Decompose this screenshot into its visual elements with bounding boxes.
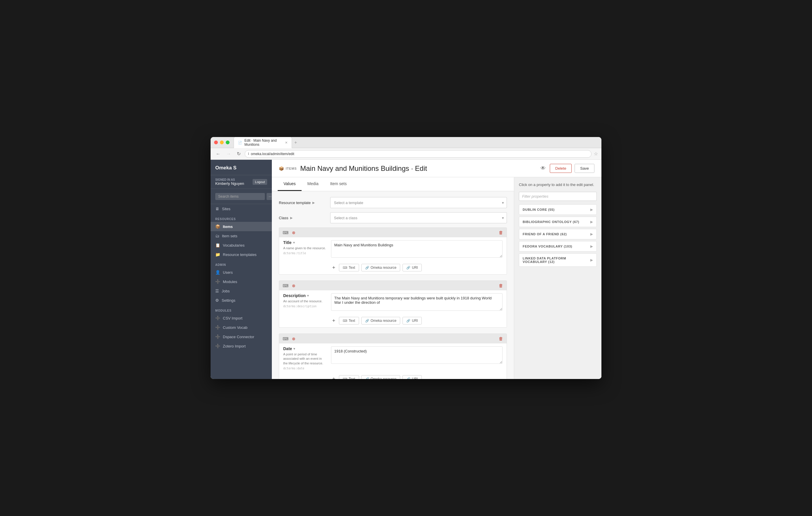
sidebar-item-sites[interactable]: 🖥 Sites	[210, 204, 272, 213]
uri-icon-2: 🔗	[406, 377, 410, 379]
ontology-arrow-icon-2: ▶	[590, 232, 593, 236]
property-add-button-2[interactable]: +	[331, 376, 337, 379]
property-header-0: ⌨ ⊗ 🗑	[279, 228, 506, 237]
property-private-icon-0[interactable]: ⊗	[291, 230, 296, 236]
sidebar-item-modules[interactable]: ➕ Modules	[210, 277, 272, 286]
property-header-1: ⌨ ⊗ 🗑	[279, 281, 506, 291]
property-add-omeka-0[interactable]: 🔗 Omeka resource	[361, 264, 401, 271]
property-textarea-0[interactable]: Main Navy and Munitions Buildings	[331, 240, 502, 258]
csv-icon: ➕	[215, 316, 220, 321]
back-button[interactable]: ←	[214, 150, 222, 158]
delete-button[interactable]: Delete	[550, 164, 572, 173]
sidebar-item-custom-vocab[interactable]: ➕ Custom Vocab	[210, 323, 272, 332]
sidebar-item-modules-label: Modules	[223, 280, 237, 284]
property-delete-icon-0[interactable]: 🗑	[498, 230, 504, 236]
logout-button[interactable]: Logout	[253, 179, 267, 185]
property-add-uri-0[interactable]: 🔗 URI	[403, 264, 422, 271]
property-name-2: Date ▾	[283, 346, 327, 351]
save-button[interactable]: Save	[575, 164, 594, 173]
tab-title: Edit · Main Navy and Munitions	[244, 139, 283, 147]
ontology-list: DUBLIN CORE (55) ▶ BIBLIOGRAPHIC ONTOLOG…	[519, 204, 597, 267]
ontology-item-3[interactable]: FEDORA VOCABULARY (103) ▶	[519, 241, 597, 251]
sidebar-item-vocabularies-label: Vocabularies	[223, 243, 244, 247]
sidebar-item-item-sets[interactable]: 🗂 Item sets	[210, 231, 272, 241]
search-options-button[interactable]: ···	[267, 193, 272, 200]
view-button[interactable]: 👁	[539, 164, 547, 173]
sidebar-item-settings[interactable]: ⚙ Settings	[210, 296, 272, 305]
property-description-1: An account of the resource.	[283, 299, 327, 303]
property-add-button-0[interactable]: +	[331, 265, 337, 271]
traffic-lights	[214, 141, 230, 144]
tab-close-icon[interactable]: ✕	[285, 141, 288, 145]
right-panel: Click on a property to add it to the edi…	[514, 177, 602, 379]
item-sets-icon: 🗂	[215, 234, 219, 238]
reload-button[interactable]: ↻	[235, 150, 242, 158]
app-window: 📄 Edit · Main Navy and Munitions ✕ + ← →…	[210, 137, 602, 379]
property-textarea-2[interactable]: 1918 (Constructed)	[331, 346, 502, 364]
property-header-icons-0: ⌨ ⊗	[282, 230, 296, 236]
ontology-item-0[interactable]: DUBLIN CORE (55) ▶	[519, 204, 597, 215]
resource-template-select[interactable]: Select a template	[330, 197, 507, 208]
property-name-1: Description ▾	[283, 293, 327, 298]
minimize-button[interactable]	[220, 141, 224, 144]
tab-media[interactable]: Media	[301, 177, 324, 191]
property-add-text-0[interactable]: ⌨ Text	[339, 264, 359, 271]
property-keyboard-icon-2[interactable]: ⌨	[282, 336, 289, 342]
sidebar-item-dspace[interactable]: ➕ Dspace Connector	[210, 332, 272, 341]
sidebar-item-resource-templates[interactable]: 📁 Resource templates	[210, 250, 272, 259]
property-add-omeka-1[interactable]: 🔗 Omeka resource	[361, 317, 401, 325]
property-textarea-1[interactable]: The Main Navy and Munitions temporary wa…	[331, 293, 502, 311]
bookmark-button[interactable]: ☆	[594, 151, 598, 156]
uri-icon-1: 🔗	[406, 319, 410, 323]
tab-item-sets[interactable]: Item sets	[324, 177, 353, 191]
property-block-1: ⌨ ⊗ 🗑 Description ▾ An account of the re…	[279, 280, 507, 328]
sidebar-item-vocabularies[interactable]: 📋 Vocabularies	[210, 241, 272, 250]
sidebar-item-csv-import[interactable]: ➕ CSV Import	[210, 313, 272, 323]
tab-values[interactable]: Values	[278, 177, 301, 191]
new-tab-button[interactable]: +	[292, 139, 299, 147]
class-select[interactable]: Select a class	[330, 212, 507, 223]
ontology-label-4: LINKED DATA PLATFORM VOCABULARY (12)	[523, 256, 590, 264]
property-term-1: dcterms:description	[283, 305, 327, 308]
property-keyboard-icon-1[interactable]: ⌨	[282, 283, 289, 289]
omeka-icon-1: 🔗	[365, 319, 369, 323]
items-badge-icon: 📦	[279, 166, 284, 171]
sidebar-item-zotero[interactable]: ➕ Zotero Import	[210, 341, 272, 351]
property-add-uri-1[interactable]: 🔗 URI	[403, 317, 422, 325]
property-add-text-2[interactable]: ⌨ Text	[339, 375, 359, 379]
forward-button[interactable]: →	[225, 150, 233, 158]
fullscreen-button[interactable]	[226, 141, 230, 144]
ontology-arrow-icon-4: ▶	[590, 258, 593, 262]
property-content-0: Title ▾ A name given to the resource. dc…	[279, 237, 506, 262]
property-meta-2: Date ▾ A point or period of time associa…	[283, 346, 327, 370]
ontology-arrow-icon-0: ▶	[590, 208, 593, 212]
sidebar-item-items[interactable]: 📦 Items	[210, 222, 272, 231]
sidebar-item-users[interactable]: 👤 Users	[210, 268, 272, 277]
property-delete-icon-2[interactable]: 🗑	[498, 336, 504, 342]
property-term-0: dcterms:title	[283, 251, 327, 255]
filter-properties-input[interactable]	[519, 192, 597, 201]
sidebar-item-jobs[interactable]: ☰ Jobs	[210, 286, 272, 296]
ontology-item-1[interactable]: BIBLIOGRAPHIC ONTOLOGY (67) ▶	[519, 217, 597, 227]
property-header-icons-1: ⌨ ⊗	[282, 283, 296, 289]
property-private-icon-1[interactable]: ⊗	[291, 283, 296, 289]
property-delete-icon-1[interactable]: 🗑	[498, 282, 504, 289]
resources-section-label: RESOURCES	[210, 213, 272, 222]
ontology-arrow-icon-3: ▶	[590, 244, 593, 248]
property-add-text-1[interactable]: ⌨ Text	[339, 317, 359, 325]
browser-tab[interactable]: 📄 Edit · Main Navy and Munitions ✕	[234, 137, 292, 148]
property-add-omeka-2[interactable]: 🔗 Omeka resource	[361, 375, 401, 379]
ontology-item-4[interactable]: LINKED DATA PLATFORM VOCABULARY (12) ▶	[519, 253, 597, 267]
property-header-icons-2: ⌨ ⊗	[282, 336, 296, 342]
property-add-uri-2[interactable]: 🔗 URI	[403, 375, 422, 379]
address-bar[interactable]: ℹ omeka.local/admin/item/edit	[245, 150, 591, 158]
ontology-item-2[interactable]: FRIEND OF A FRIEND (62) ▶	[519, 229, 597, 239]
close-button[interactable]	[214, 141, 218, 144]
property-add-button-1[interactable]: +	[331, 318, 337, 324]
property-description-2: A point or period of time associated wit…	[283, 352, 327, 366]
property-keyboard-icon-0[interactable]: ⌨	[282, 230, 289, 236]
class-arrow-icon: ▶	[290, 216, 293, 220]
property-private-icon-2[interactable]: ⊗	[291, 336, 296, 342]
ontology-label-2: FRIEND OF A FRIEND (62)	[523, 232, 567, 236]
search-input[interactable]	[215, 193, 265, 200]
